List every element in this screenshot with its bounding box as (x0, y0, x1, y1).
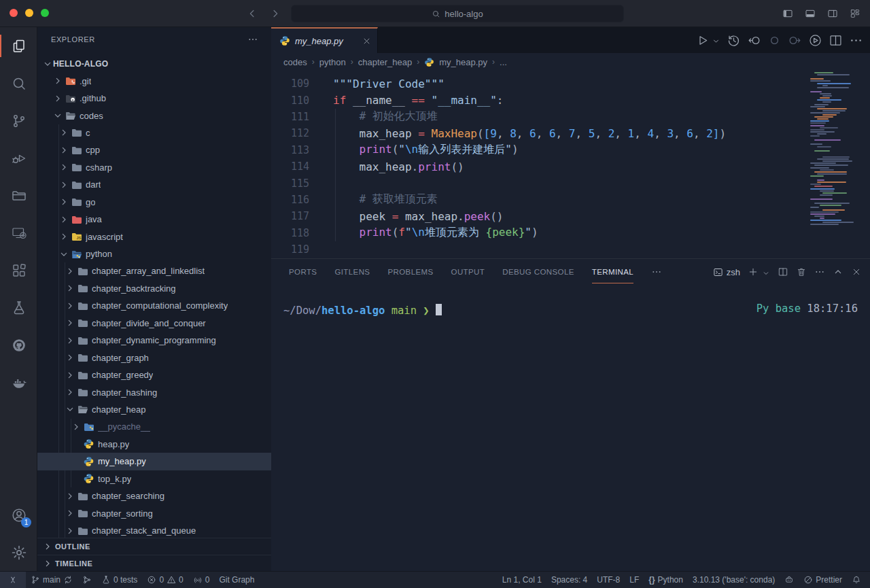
tree-item-chapter-stack-and-queue[interactable]: chapter_stack_and_queue (37, 522, 271, 539)
tree-item-cpp[interactable]: cpp (37, 141, 271, 158)
tree-item--github[interactable]: .github (37, 90, 271, 107)
panel-tab-terminal[interactable]: TERMINAL (592, 260, 633, 283)
chevron-down-icon[interactable] (712, 36, 720, 45)
git-branch-status[interactable]: main (26, 572, 77, 588)
activity-explorer-icon[interactable] (0, 27, 37, 65)
breadcrumb-item[interactable]: chapter_heap (358, 57, 413, 67)
zoom-light[interactable] (41, 9, 49, 17)
breadcrumb-item[interactable]: codes (283, 57, 307, 67)
arrow-right-circle-icon[interactable] (788, 33, 802, 48)
layout-panel-icon[interactable] (805, 8, 816, 19)
panel-trash-icon[interactable] (796, 266, 807, 277)
tree-item-hello-algo[interactable]: HELLO-ALGO (37, 55, 271, 72)
tab-close-icon[interactable] (362, 36, 372, 46)
cursor-position[interactable]: Ln 1, Col 1 (498, 572, 546, 588)
minimize-light[interactable] (25, 9, 33, 17)
tree-item-chapter-graph[interactable]: chapter_graph (37, 349, 271, 366)
run-icon[interactable] (695, 33, 710, 48)
activity-extensions-icon[interactable] (0, 252, 37, 289)
tree-item-chapter-backtracking[interactable]: chapter_backtracking (37, 280, 271, 297)
panel-chevron-up-icon[interactable] (833, 266, 843, 277)
encoding[interactable]: UTF-8 (592, 572, 625, 588)
activity-source-control-icon[interactable] (0, 102, 37, 139)
terminal-profile[interactable]: zsh (713, 267, 740, 277)
activity-project-folder-icon[interactable] (0, 177, 37, 214)
activity-accounts-icon[interactable]: 1 (0, 496, 37, 534)
breadcrumb[interactable]: codes›python›chapter_heap›my_heap.py›... (271, 53, 870, 71)
window-controls[interactable] (10, 9, 49, 17)
timeline-pane-header[interactable]: TIMELINE (37, 555, 271, 571)
panel-tab-ports[interactable]: PORTS (289, 260, 317, 283)
breadcrumb-item[interactable]: ... (500, 57, 507, 67)
tree-item-my-heap-py[interactable]: my_heap.py (37, 453, 271, 470)
indentation[interactable]: Spaces: 4 (546, 572, 592, 588)
git-graph-glyph[interactable] (77, 572, 97, 588)
more-icon[interactable] (849, 33, 863, 48)
tree-item-python[interactable]: python (37, 245, 271, 262)
prettier-status[interactable]: Prettier (799, 572, 847, 588)
tree-item-csharp[interactable]: csharp (37, 159, 271, 176)
panel-chevron-down-icon[interactable] (762, 268, 770, 276)
split-editor-icon[interactable] (829, 33, 843, 48)
tree-item-dart[interactable]: dart (37, 176, 271, 193)
breadcrumb-item[interactable]: my_heap.py (439, 57, 487, 67)
eol[interactable]: LF (625, 572, 644, 588)
language-mode[interactable]: {}Python (644, 572, 688, 588)
tree-item-top-k-py[interactable]: top_k.py (37, 470, 271, 487)
terminal[interactable]: ~/Dow/hello-algo main ❯Py base 18:17:16 (283, 302, 858, 317)
git-graph-button[interactable]: Git Graph (214, 572, 259, 588)
activity-run-debug-icon[interactable] (0, 139, 37, 177)
tree-item-chapter-hashing[interactable]: chapter_hashing (37, 383, 271, 400)
circle-icon[interactable] (767, 33, 782, 48)
panel-more-icon[interactable] (814, 266, 825, 277)
nav-forward-icon[interactable] (269, 7, 281, 20)
tree-item--git[interactable]: .git (37, 72, 271, 89)
tree-item-c[interactable]: c (37, 124, 271, 141)
tree-item-chapter-sorting[interactable]: chapter_sorting (37, 504, 271, 521)
activity-settings-icon[interactable] (0, 534, 37, 571)
activity-docker-icon[interactable] (0, 364, 37, 401)
activity-remote-explorer-icon[interactable] (0, 214, 37, 252)
nav-back-icon[interactable] (246, 7, 258, 20)
tree-item-chapter-divide-and-conquer[interactable]: chapter_divide_and_conquer (37, 315, 271, 332)
history-icon[interactable] (727, 33, 741, 48)
tree-item-chapter-computational-complexity[interactable]: chapter_computational_complexity (37, 297, 271, 314)
layout-sidebar-icon[interactable] (782, 8, 793, 19)
breadcrumb-item[interactable]: python (319, 57, 346, 67)
tree-item-java[interactable]: java (37, 211, 271, 228)
run-circle-icon[interactable] (808, 33, 822, 48)
tree-item-codes[interactable]: codes (37, 107, 271, 124)
panel-plus-icon[interactable] (748, 266, 759, 277)
python-interpreter[interactable]: 3.10.13 ('base': conda) (688, 572, 780, 588)
remote-indicator[interactable] (0, 572, 26, 588)
arrow-left-circle-icon[interactable] (747, 33, 761, 48)
activity-search-icon[interactable] (0, 65, 37, 102)
layout-grid-icon[interactable] (850, 8, 860, 19)
panel-tab-output[interactable]: OUTPUT (451, 260, 485, 283)
tree-item-chapter-greedy[interactable]: chapter_greedy (37, 366, 271, 383)
copilot-status[interactable] (780, 572, 799, 588)
tree-item-chapter-searching[interactable]: chapter_searching (37, 487, 271, 504)
problems-status[interactable]: 00 (142, 572, 188, 588)
tree-item--pycache-[interactable]: __pycache__ (37, 418, 271, 435)
broadcast-status[interactable]: 0 (188, 572, 215, 588)
panel-close-icon[interactable] (851, 266, 862, 277)
activity-github-icon[interactable] (0, 326, 37, 364)
activity-testing-icon[interactable] (0, 289, 37, 326)
tree-item-chapter-heap[interactable]: chapter_heap (37, 401, 271, 418)
tree-item-javascript[interactable]: JSjavascript (37, 228, 271, 245)
tab-my-heap[interactable]: my_heap.py (271, 27, 378, 53)
explorer-more-icon[interactable] (247, 34, 258, 45)
panel-tab-gitlens[interactable]: GITLENS (334, 260, 370, 283)
panel-tabs-more-icon[interactable] (651, 266, 662, 277)
tree-item-go[interactable]: go (37, 194, 271, 211)
code-editor[interactable]: 109"""Driver Code"""110if __name__ == "_… (271, 71, 870, 258)
tests-status[interactable]: 0 tests (97, 572, 142, 588)
tree-item-chapter-dynamic-programming[interactable]: chapter_dynamic_programming (37, 332, 271, 349)
panel-tab-problems[interactable]: PROBLEMS (387, 260, 433, 283)
tree-item-chapter-array-and-linkedlist[interactable]: chapter_array_and_linkedlist (37, 262, 271, 279)
layout-sidebar-right-icon[interactable] (827, 8, 838, 19)
tree-item-heap-py[interactable]: heap.py (37, 436, 271, 453)
close-light[interactable] (10, 9, 18, 17)
command-center-search[interactable]: hello-algo (291, 5, 624, 22)
